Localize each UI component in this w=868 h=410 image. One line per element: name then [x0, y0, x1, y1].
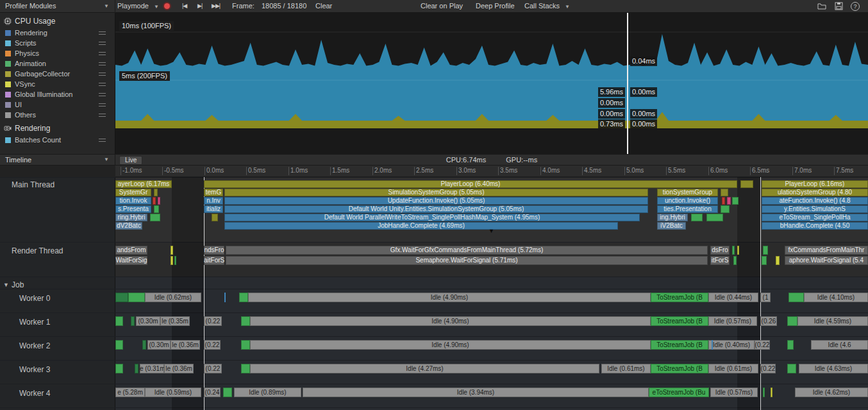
- timeline-segment[interactable]: ToStreamJob (B: [651, 293, 708, 302]
- timeline-segment[interactable]: Idle (4.62ms): [795, 388, 868, 397]
- expand-marker-icon[interactable]: ▼: [488, 228, 494, 234]
- timeline-segment[interactable]: [789, 293, 804, 302]
- timeline-segment[interactable]: ulationSystemGroup (4.80: [762, 189, 868, 196]
- timeline-segment[interactable]: ToStreamJob (B: [651, 316, 708, 326]
- drag-handle-icon[interactable]: [99, 93, 106, 96]
- timeline-segment[interactable]: Idle (0.57ms): [708, 316, 757, 326]
- timeline-segment[interactable]: [171, 246, 173, 255]
- rendering-module-header[interactable]: Rendering: [0, 122, 115, 135]
- timeline-view-dropdown[interactable]: Timeline ▼: [0, 155, 115, 165]
- timeline-segment[interactable]: [727, 197, 731, 205]
- legend-item-physics[interactable]: Physics: [0, 48, 115, 58]
- timeline-segment[interactable]: Idle (4.63ms): [799, 364, 868, 373]
- timeline-segment[interactable]: e (0.31m: [140, 364, 164, 373]
- timeline-segment[interactable]: [241, 316, 250, 326]
- timeline-segment[interactable]: [787, 316, 797, 326]
- timeline-segment[interactable]: PlayerLoop (6.40ms): [204, 180, 737, 188]
- timeline-segment[interactable]: (0.30m: [147, 340, 171, 350]
- timeline-segment[interactable]: aphore.WaitForSignal (5.4: [785, 256, 868, 265]
- timeline-segment[interactable]: itForS: [710, 256, 730, 265]
- timeline-segment[interactable]: Gfx.WaitForGfxCommandsFromMainThread (5.…: [226, 246, 708, 255]
- timeline-segment[interactable]: [135, 364, 138, 373]
- drag-handle-icon[interactable]: [99, 139, 106, 142]
- timeline-segment[interactable]: Idle (3.94ms): [303, 388, 649, 397]
- timeline-segment[interactable]: (0.26: [760, 316, 777, 326]
- timeline-segment[interactable]: Idle (0.61ms): [708, 364, 758, 373]
- legend-item-vsync[interactable]: VSync: [0, 79, 115, 89]
- timeline-segment[interactable]: n.Inv: [204, 197, 223, 205]
- timeline-segment[interactable]: [154, 205, 159, 213]
- timeline-segment[interactable]: [721, 189, 728, 196]
- drag-handle-icon[interactable]: [99, 42, 106, 45]
- timeline-segment[interactable]: le (0.35m: [160, 316, 190, 326]
- timeline-segment[interactable]: (0.24: [204, 388, 221, 397]
- timeline-segment[interactable]: Idle (0.59ms): [145, 388, 201, 397]
- timeline-segment[interactable]: [740, 180, 753, 188]
- drag-handle-icon[interactable]: [99, 31, 106, 35]
- timeline-segment[interactable]: [691, 214, 703, 221]
- timeline-segment[interactable]: [722, 197, 725, 205]
- timeline-segment[interactable]: ateFunction.Invoke() (4.8: [762, 197, 868, 205]
- timeline-segment[interactable]: ring.Hybri: [115, 214, 147, 221]
- next-frame-button[interactable]: ▶|: [197, 0, 202, 13]
- profiler-modules-dropdown[interactable]: Profiler Modules ▼: [0, 0, 115, 13]
- timeline-segment[interactable]: [737, 246, 739, 255]
- timeline-segment[interactable]: ing.Hybri: [657, 214, 688, 221]
- timeline-segment[interactable]: (0.22: [204, 364, 222, 373]
- drag-handle-icon[interactable]: [99, 103, 106, 107]
- timeline-segment[interactable]: dV2Batc: [115, 222, 142, 230]
- timeline-segment[interactable]: Idle (4.90ms): [250, 316, 651, 326]
- timeline-segment[interactable]: [771, 388, 772, 397]
- timeline-segment[interactable]: itializ: [204, 205, 223, 213]
- timeline-segment[interactable]: bHandle.Complete (4.50: [762, 222, 868, 230]
- timeline-segment[interactable]: Idle (0.89ms): [234, 388, 301, 397]
- timeline-segment[interactable]: [224, 293, 226, 302]
- drag-handle-icon[interactable]: [99, 73, 106, 76]
- timeline-segment[interactable]: SimulationSystemGroup (5.05ms): [224, 189, 648, 196]
- timeline-segment[interactable]: SystemGr: [115, 189, 151, 196]
- save-profile-button[interactable]: [833, 2, 844, 11]
- timeline-segment[interactable]: Idle (4.59ms): [797, 316, 868, 326]
- timeline-segment[interactable]: [153, 197, 156, 205]
- timeline-segment[interactable]: [115, 316, 123, 326]
- clear-on-play-button[interactable]: Clear on Play: [421, 0, 463, 13]
- clear-button[interactable]: Clear: [315, 0, 332, 13]
- time-ruler[interactable]: -1.0ms-0.5ms0.0ms0.5ms1.0ms1.5ms2.0ms2.5…: [115, 166, 868, 177]
- timeline-segment[interactable]: [142, 340, 146, 350]
- timeline-segment[interactable]: Idle (4.27ms): [250, 364, 599, 373]
- record-button[interactable]: [164, 0, 170, 13]
- timeline-segment[interactable]: temG: [204, 189, 223, 196]
- timeline-segment[interactable]: e (5.28m: [115, 388, 145, 397]
- timeline-segment[interactable]: Default World ParallelWriteToStream_Sing…: [224, 214, 640, 221]
- timeline-segment[interactable]: [733, 256, 737, 265]
- legend-item-global-illumination[interactable]: Global Illumination: [0, 89, 115, 99]
- timeline-segment[interactable]: ToStreamJob (B: [651, 340, 708, 350]
- timeline-segment[interactable]: [732, 197, 739, 205]
- timeline-segment[interactable]: (1: [760, 293, 771, 302]
- timeline-segment[interactable]: unction.Invoke(): [657, 197, 718, 205]
- timeline-segment[interactable]: [212, 214, 218, 221]
- timeline-segment[interactable]: [158, 197, 160, 205]
- timeline-segment[interactable]: [732, 246, 735, 255]
- timeline-segment[interactable]: [241, 340, 250, 350]
- timeline-segment[interactable]: (0.30m: [136, 316, 160, 326]
- deep-profile-button[interactable]: Deep Profile: [476, 0, 515, 13]
- timeline-segment[interactable]: aitForS: [204, 256, 224, 265]
- timeline-segment[interactable]: Idle (0.62ms): [145, 293, 201, 302]
- timeline-segment[interactable]: andsFrom: [115, 246, 147, 255]
- timeline-segment[interactable]: (0.22: [755, 340, 770, 350]
- timeline-segment[interactable]: ties.Presentation: [657, 205, 718, 213]
- timeline-segment[interactable]: (0.22: [204, 340, 221, 350]
- load-profile-button[interactable]: [817, 2, 827, 11]
- timeline-segment[interactable]: [241, 364, 250, 373]
- timeline-segment[interactable]: [706, 214, 723, 221]
- timeline-segment[interactable]: [721, 205, 730, 213]
- timeline-segment[interactable]: [171, 256, 173, 265]
- legend-item-rendering[interactable]: Rendering: [0, 28, 115, 38]
- timeline-segment[interactable]: Idle (0.61ms): [601, 364, 651, 373]
- timeline-segment[interactable]: Idle (0.57ms): [710, 388, 758, 397]
- timeline-segment[interactable]: s.Presenta: [115, 205, 151, 213]
- timeline-segment[interactable]: [763, 388, 765, 397]
- timeline-segment[interactable]: tionSystemGroup: [657, 189, 718, 196]
- timeline-segment[interactable]: [239, 293, 248, 302]
